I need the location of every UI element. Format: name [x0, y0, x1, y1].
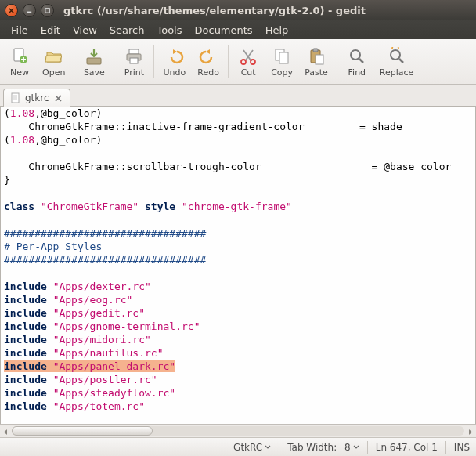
svg-rect-6 — [130, 58, 138, 63]
scroll-right-icon[interactable] — [466, 427, 474, 436]
tab-close-icon[interactable] — [53, 93, 63, 103]
toolbar: New Open Save Print Undo Redo — [0, 39, 476, 85]
svg-point-15 — [391, 50, 400, 60]
tool-label: Print — [124, 67, 144, 78]
copy-icon — [271, 45, 293, 67]
save-icon — [83, 45, 105, 67]
statusbar: GtkRC Tab Width: 8 Ln 647, Col 1 INS — [0, 437, 476, 456]
new-button[interactable]: New — [3, 42, 36, 82]
tab-width-selector[interactable]: Tab Width: 8 — [287, 442, 359, 453]
tool-label: Save — [84, 67, 105, 78]
tool-label: Redo — [197, 67, 219, 78]
save-button[interactable]: Save — [78, 42, 110, 82]
syntax-mode-label: GtkRC — [233, 442, 262, 453]
svg-point-8 — [251, 60, 255, 64]
paste-button[interactable]: Paste — [299, 42, 334, 82]
cut-button[interactable]: Cut — [232, 42, 265, 82]
svg-rect-12 — [313, 49, 318, 52]
maximize-button[interactable] — [41, 4, 54, 17]
svg-point-14 — [351, 50, 360, 60]
redo-icon — [197, 45, 219, 67]
window-controls — [0, 4, 59, 17]
menu-edit[interactable]: Edit — [34, 22, 67, 38]
svg-point-7 — [241, 60, 246, 64]
toolbar-separator — [228, 45, 229, 78]
toolbar-separator — [153, 45, 154, 78]
copy-button[interactable]: Copy — [265, 42, 298, 82]
find-button[interactable]: Find — [341, 42, 373, 82]
menu-tools[interactable]: Tools — [150, 22, 188, 38]
tab-width-value: 8 — [344, 442, 351, 453]
toolbar-separator — [337, 45, 337, 78]
close-button[interactable] — [5, 4, 18, 17]
syntax-mode-selector[interactable]: GtkRC — [233, 442, 271, 453]
svg-rect-3 — [87, 58, 101, 64]
menu-file[interactable]: File — [5, 22, 34, 38]
tool-label: Find — [348, 67, 366, 78]
menubar: FileEditViewSearchToolsDocumentsHelp — [0, 20, 476, 39]
tool-label: Copy — [271, 67, 293, 78]
tool-label: Paste — [305, 67, 328, 78]
tabbar: gtkrc — [0, 85, 476, 107]
tool-label: New — [10, 67, 29, 78]
svg-rect-13 — [316, 55, 323, 64]
chevron-down-icon — [353, 444, 359, 451]
chevron-down-icon — [265, 444, 271, 451]
window-title: gtkrc (/usr/share/themes/elementary/gtk-… — [59, 5, 476, 16]
print-icon — [123, 45, 145, 67]
undo-icon — [164, 45, 186, 67]
svg-rect-16 — [12, 93, 19, 103]
replace-button[interactable]: Replace — [374, 42, 420, 82]
file-icon — [10, 92, 21, 103]
print-button[interactable]: Print — [117, 42, 150, 82]
horizontal-scrollbar[interactable] — [0, 424, 476, 437]
tool-label: Replace — [380, 67, 414, 78]
file-tab[interactable]: gtkrc — [3, 89, 70, 107]
tool-label: Cut — [241, 67, 256, 78]
menu-search[interactable]: Search — [103, 22, 151, 38]
cut-icon — [237, 45, 259, 67]
find-icon — [346, 45, 368, 67]
toolbar-separator — [114, 45, 114, 78]
tab-filename: gtkrc — [25, 92, 49, 103]
svg-rect-10 — [279, 52, 288, 63]
new-file-icon — [9, 45, 31, 67]
titlebar: gtkrc (/usr/share/themes/elementary/gtk-… — [0, 0, 476, 20]
tab-width-label: Tab Width: — [287, 442, 337, 453]
tool-label: Open — [42, 67, 65, 78]
redo-button[interactable]: Redo — [192, 42, 225, 82]
insert-mode: INS — [454, 442, 470, 453]
cursor-position: Ln 647, Col 1 — [376, 442, 438, 453]
open-folder-icon — [43, 45, 65, 67]
tool-label: Undo — [163, 67, 186, 78]
paste-icon — [305, 45, 327, 67]
editor-area[interactable]: (1.08,@bg_color) ChromeGtkFrame::inactiv… — [0, 107, 476, 424]
menu-view[interactable]: View — [67, 22, 103, 38]
replace-icon — [386, 45, 408, 67]
editor-text[interactable]: (1.08,@bg_color) ChromeGtkFrame::inactiv… — [1, 107, 475, 424]
open-button[interactable]: Open — [37, 42, 70, 82]
toolbar-separator — [74, 45, 74, 78]
svg-rect-0 — [45, 8, 49, 12]
menu-documents[interactable]: Documents — [189, 22, 259, 38]
menu-help[interactable]: Help — [259, 22, 295, 38]
svg-rect-4 — [129, 49, 139, 54]
minimize-button[interactable] — [23, 4, 36, 17]
scrollbar-thumb[interactable] — [12, 426, 153, 436]
scroll-left-icon[interactable] — [2, 427, 10, 436]
undo-button[interactable]: Undo — [157, 42, 191, 82]
